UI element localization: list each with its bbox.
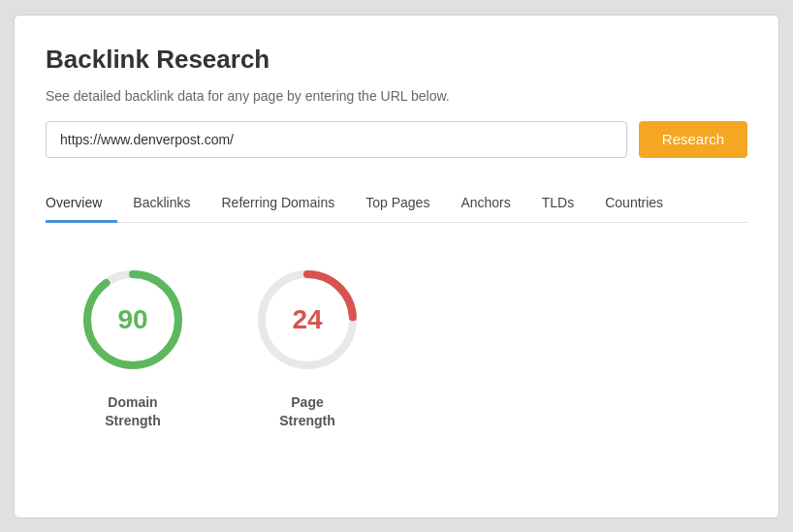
domain-strength-circle: 90 (75, 262, 191, 378)
subtitle: See detailed backlink data for any page … (46, 88, 747, 104)
tab-countries[interactable]: Countries (589, 185, 679, 223)
tab-top-pages[interactable]: Top Pages (350, 185, 445, 223)
tab-anchors[interactable]: Anchors (445, 185, 525, 223)
research-button[interactable]: Research (639, 121, 747, 158)
search-row: Research (46, 121, 747, 158)
tab-overview[interactable]: Overview (46, 185, 117, 223)
tab-tlds[interactable]: TLDs (526, 185, 589, 223)
tabs-nav: Overview Backlinks Referring Domains Top… (46, 185, 747, 223)
url-input[interactable] (46, 121, 627, 158)
main-card: Backlink Research See detailed backlink … (14, 15, 779, 518)
page-strength-value: 24 (292, 304, 322, 335)
page-title: Backlink Research (46, 45, 747, 75)
domain-strength-metric: 90 DomainStrength (75, 262, 191, 431)
metrics-row: 90 DomainStrength 24 PageStrength (46, 262, 747, 431)
domain-strength-value: 90 (117, 304, 147, 335)
page-strength-label: PageStrength (279, 393, 335, 431)
tab-referring-domains[interactable]: Referring Domains (206, 185, 351, 223)
page-strength-metric: 24 PageStrength (249, 262, 365, 431)
tab-backlinks[interactable]: Backlinks (117, 185, 206, 223)
domain-strength-label: DomainStrength (105, 393, 161, 431)
page-strength-circle: 24 (249, 262, 365, 378)
